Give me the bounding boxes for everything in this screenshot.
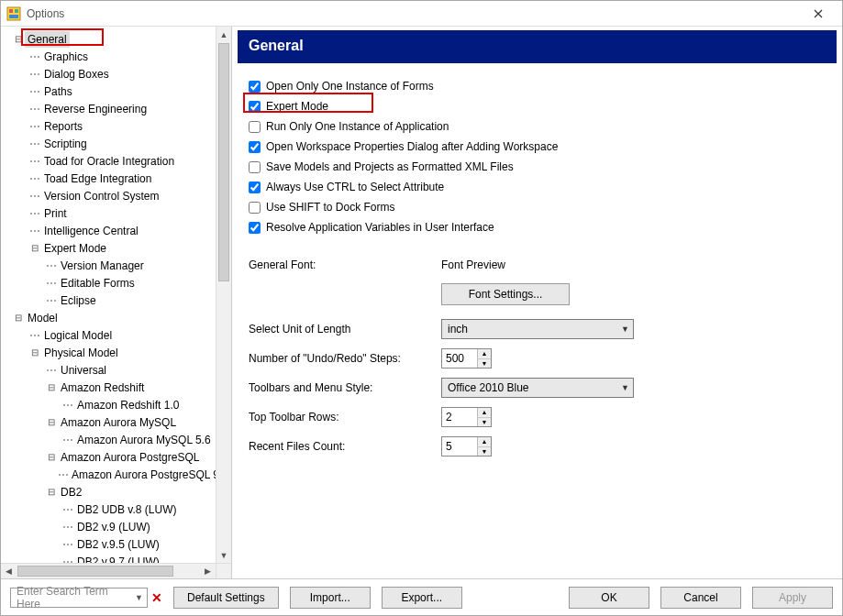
- option-checkbox[interactable]: [249, 141, 261, 153]
- tree-item[interactable]: DB2 v.9 (LUW): [5, 518, 231, 535]
- recent-value[interactable]: [442, 437, 477, 456]
- tree-item[interactable]: Amazon Aurora PostgreSQL 9.5: [5, 466, 231, 483]
- tree-item-label: Graphics: [41, 49, 91, 65]
- undo-stepper[interactable]: ▲▼: [441, 348, 492, 368]
- tree-item[interactable]: Eclipse: [5, 292, 231, 309]
- option-checkbox[interactable]: [249, 182, 261, 193]
- tree-item[interactable]: DB2 v.9.5 (LUW): [5, 535, 231, 553]
- collapse-icon[interactable]: ⊟: [45, 416, 58, 429]
- collapse-icon[interactable]: ⊟: [28, 346, 41, 359]
- scroll-down-icon[interactable]: ▼: [216, 547, 231, 563]
- tree-item-label: Toad Edge Integration: [41, 170, 154, 187]
- leaf-icon: [45, 277, 58, 290]
- leaf-icon: [61, 521, 74, 534]
- tree-item[interactable]: Dialog Boxes: [5, 65, 231, 82]
- tree-item[interactable]: Toad for Oracle Integration: [5, 152, 231, 170]
- import-button[interactable]: Import...: [290, 587, 371, 609]
- undo-value[interactable]: [442, 349, 477, 368]
- leaf-icon: [28, 329, 41, 342]
- tree-item-label: DB2 v.9.5 (LUW): [74, 536, 162, 553]
- collapse-icon[interactable]: ⊟: [45, 486, 58, 499]
- tree-item[interactable]: Paths: [5, 82, 231, 100]
- scroll-left-icon[interactable]: ◀: [1, 564, 17, 578]
- tree-item[interactable]: Scripting: [5, 135, 231, 152]
- tree-item[interactable]: Logical Model: [5, 326, 231, 344]
- options-window: Options ⊟GeneralGraphicsDialog BoxesPath…: [0, 0, 843, 616]
- search-input[interactable]: Enter Search Term Here ▼: [10, 588, 148, 608]
- clear-search-icon[interactable]: ✕: [151, 590, 162, 605]
- option-checkbox[interactable]: [249, 101, 261, 113]
- tree-item[interactable]: Reports: [5, 117, 231, 135]
- leaf-icon: [45, 259, 58, 272]
- option-checkbox[interactable]: [249, 81, 261, 93]
- collapse-icon[interactable]: ⊟: [45, 451, 58, 464]
- tree-item[interactable]: Intelligence Central: [5, 222, 231, 239]
- scroll-thumb[interactable]: [218, 43, 229, 281]
- spin-up-icon[interactable]: ▲: [478, 408, 491, 418]
- tree-item[interactable]: ⊟Amazon Aurora PostgreSQL: [5, 448, 231, 466]
- spin-up-icon[interactable]: ▲: [478, 349, 491, 359]
- collapse-icon[interactable]: ⊟: [12, 312, 25, 324]
- option-checkbox[interactable]: [249, 222, 261, 234]
- spin-down-icon[interactable]: ▼: [478, 418, 491, 427]
- tree-item[interactable]: ⊟Amazon Aurora MySQL: [5, 413, 231, 431]
- scroll-up-icon[interactable]: ▲: [216, 27, 231, 42]
- tree-item[interactable]: Graphics: [5, 48, 231, 65]
- tree-item[interactable]: Version Manager: [5, 257, 231, 274]
- option-checkbox[interactable]: [249, 121, 261, 133]
- tree-item[interactable]: Version Control System: [5, 187, 231, 204]
- style-select[interactable]: Office 2010 Blue ▼: [441, 378, 634, 398]
- tree-item[interactable]: ⊟Amazon Redshift: [5, 379, 231, 396]
- option-checkbox-row: Open Workspace Properties Dialog after A…: [249, 137, 837, 157]
- tree-item[interactable]: ⊟Physical Model: [5, 344, 231, 361]
- scroll-right-icon[interactable]: ▶: [200, 564, 216, 578]
- collapse-icon[interactable]: ⊟: [12, 33, 25, 46]
- tree-hscrollbar[interactable]: ◀ ▶: [1, 563, 216, 578]
- spin-up-icon[interactable]: ▲: [478, 437, 491, 447]
- close-button[interactable]: [800, 3, 837, 25]
- ok-button[interactable]: OK: [569, 587, 649, 609]
- tree-item[interactable]: ⊟DB2: [5, 483, 231, 500]
- tree-item-label: Universal: [58, 362, 109, 379]
- tree-item[interactable]: Reverse Engineering: [5, 100, 231, 117]
- leaf-icon: [28, 85, 41, 98]
- spin-down-icon[interactable]: ▼: [478, 359, 491, 368]
- tree-item[interactable]: Universal: [5, 361, 231, 379]
- tree-item-label: Amazon Aurora MySQL: [58, 414, 179, 431]
- toprows-stepper[interactable]: ▲▼: [441, 407, 492, 427]
- collapse-icon[interactable]: ⊟: [28, 242, 41, 255]
- recent-stepper[interactable]: ▲▼: [441, 436, 492, 456]
- font-settings-button[interactable]: Font Settings...: [441, 283, 570, 305]
- collapse-icon[interactable]: ⊟: [45, 381, 58, 394]
- tree-item[interactable]: ⊟Model: [5, 309, 231, 326]
- tree-item-label: Intelligence Central: [41, 223, 141, 239]
- category-tree[interactable]: ⊟GeneralGraphicsDialog BoxesPathsReverse…: [1, 27, 231, 578]
- tree-item-label: DB2: [58, 484, 84, 500]
- tree-item[interactable]: Toad Edge Integration: [5, 170, 231, 187]
- tree-item-label: Paths: [41, 83, 75, 100]
- option-checkbox[interactable]: [249, 202, 261, 214]
- toprows-value[interactable]: [442, 408, 477, 426]
- tree-item[interactable]: Editable Forms: [5, 274, 231, 292]
- spin-down-icon[interactable]: ▼: [478, 447, 491, 456]
- cancel-button[interactable]: Cancel: [660, 587, 741, 609]
- tree-item-label: Reports: [41, 118, 85, 135]
- apply-button[interactable]: Apply: [752, 587, 833, 609]
- default-settings-button[interactable]: Default Settings: [173, 587, 279, 609]
- tree-item[interactable]: Amazon Aurora MySQL 5.6: [5, 431, 231, 448]
- unit-select[interactable]: inch ▼: [441, 319, 634, 339]
- tree-item[interactable]: Amazon Redshift 1.0: [5, 396, 231, 413]
- tree-item[interactable]: Print: [5, 204, 231, 222]
- tree-item[interactable]: ⊟Expert Mode: [5, 239, 231, 257]
- option-checkbox[interactable]: [249, 161, 261, 173]
- tree-vscrollbar[interactable]: ▲ ▼: [216, 27, 231, 563]
- export-button[interactable]: Export...: [382, 587, 462, 609]
- chevron-down-icon: ▼: [135, 593, 143, 602]
- option-checkbox-row: Expert Mode: [249, 96, 837, 116]
- option-checkbox-row: Use SHIFT to Dock Forms: [249, 197, 837, 217]
- hscroll-thumb[interactable]: [17, 566, 173, 577]
- leaf-icon: [28, 138, 41, 150]
- tree-item[interactable]: ⊟General: [5, 30, 231, 48]
- panel-heading: General: [238, 30, 837, 63]
- tree-item[interactable]: DB2 UDB v.8 (LUW): [5, 500, 231, 518]
